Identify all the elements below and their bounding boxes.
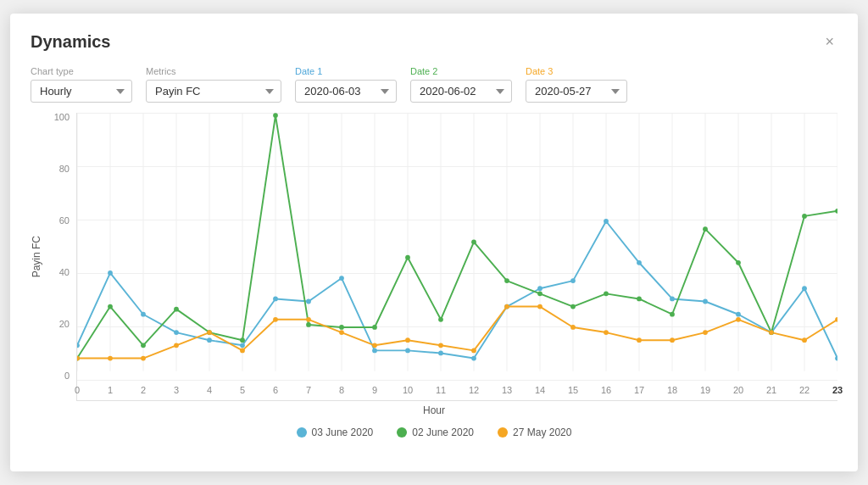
svg-point-27 (174, 330, 179, 335)
svg-point-46 (802, 286, 807, 291)
svg-point-41 (637, 260, 642, 265)
controls-row: Chart type Hourly Daily Weekly Monthly M… (31, 66, 837, 103)
svg-point-94 (802, 337, 807, 343)
legend: 03 June 2020 02 June 2020 27 May 2020 (31, 426, 837, 438)
legend-dot-blue (297, 427, 307, 438)
svg-point-74 (141, 356, 146, 361)
x-label-22: 22 (799, 385, 810, 395)
svg-point-32 (339, 276, 344, 281)
svg-point-54 (273, 113, 278, 118)
svg-point-36 (471, 356, 476, 361)
svg-point-78 (273, 317, 278, 322)
svg-point-93 (769, 330, 774, 335)
svg-point-47 (835, 356, 837, 361)
svg-point-67 (703, 226, 708, 231)
svg-point-35 (438, 351, 443, 356)
svg-point-91 (703, 330, 708, 335)
svg-point-77 (240, 348, 245, 354)
chart-type-label: Chart type (31, 66, 132, 76)
svg-point-84 (471, 348, 476, 354)
svg-point-88 (604, 330, 609, 335)
svg-point-50 (141, 343, 146, 348)
svg-point-70 (802, 214, 807, 219)
x-label-15: 15 (568, 385, 578, 395)
svg-point-71 (835, 209, 837, 214)
date2-select[interactable]: 2020-06-02 2020-06-03 2020-05-27 (410, 80, 512, 103)
y-label-80: 80 (46, 164, 70, 174)
legend-item-blue: 03 June 2020 (297, 426, 374, 438)
svg-point-79 (306, 317, 311, 322)
chart-type-select[interactable]: Hourly Daily Weekly Monthly (31, 80, 132, 103)
svg-point-90 (670, 337, 675, 343)
y-label-0: 0 (46, 371, 70, 381)
svg-point-24 (77, 343, 80, 348)
svg-point-30 (273, 297, 278, 302)
svg-point-75 (174, 343, 179, 348)
legend-label-green: 02 June 2020 (412, 426, 474, 438)
x-label-8: 8 (339, 385, 344, 395)
svg-point-53 (240, 337, 245, 343)
svg-point-81 (372, 343, 377, 348)
date2-group: Date 2 2020-06-02 2020-06-03 2020-05-27 (410, 66, 512, 103)
date1-label: Date 1 (295, 66, 397, 76)
x-label-4: 4 (207, 385, 212, 395)
chart-wrapper: Payin FC 100 80 60 40 20 0 (31, 113, 837, 401)
x-label-12: 12 (469, 385, 479, 395)
svg-point-64 (604, 291, 609, 296)
close-button[interactable]: × (821, 31, 837, 53)
metrics-group: Metrics Payin FC Payout FC (146, 66, 281, 103)
svg-point-51 (174, 307, 179, 312)
svg-point-63 (570, 304, 576, 309)
x-label-5: 5 (240, 385, 245, 395)
dialog-title: Dynamics (31, 32, 111, 52)
date3-group: Date 3 2020-05-27 2020-06-03 2020-06-02 (526, 66, 627, 103)
chart-inner: 01234567891011121314151617181920212223 (76, 113, 837, 401)
svg-point-65 (637, 297, 642, 302)
svg-point-82 (405, 337, 410, 343)
date3-select[interactable]: 2020-05-27 2020-06-03 2020-06-02 (526, 80, 627, 103)
svg-point-42 (670, 297, 675, 302)
svg-point-89 (637, 337, 642, 343)
svg-point-26 (141, 312, 146, 317)
metrics-select[interactable]: Payin FC Payout FC (146, 80, 281, 103)
chart-type-group: Chart type Hourly Daily Weekly Monthly (31, 66, 132, 103)
legend-dot-green (397, 427, 407, 438)
svg-point-29 (240, 343, 245, 348)
date3-label: Date 3 (526, 66, 627, 76)
x-label-7: 7 (306, 385, 311, 395)
x-label-6: 6 (273, 385, 278, 395)
x-label-23: 23 (832, 385, 843, 395)
svg-point-49 (108, 304, 113, 309)
svg-point-68 (736, 260, 741, 265)
svg-point-61 (504, 278, 509, 283)
x-axis-title: Hour (31, 404, 837, 416)
x-label-14: 14 (535, 385, 545, 395)
x-label-1: 1 (108, 385, 113, 395)
svg-point-57 (372, 325, 377, 330)
legend-item-green: 02 June 2020 (397, 426, 474, 438)
svg-point-86 (537, 304, 542, 309)
svg-point-87 (570, 325, 576, 330)
svg-point-85 (504, 304, 509, 309)
svg-point-58 (405, 255, 410, 260)
date1-group: Date 1 2020-06-03 2020-06-02 2020-05-27 (295, 66, 397, 103)
y-label-100: 100 (46, 113, 70, 122)
svg-point-25 (108, 270, 113, 276)
svg-point-62 (537, 291, 542, 296)
svg-point-43 (703, 299, 708, 304)
dynamics-dialog: Dynamics × Chart type Hourly Daily Weekl… (10, 14, 858, 471)
svg-point-66 (670, 312, 675, 317)
svg-point-92 (736, 317, 741, 322)
x-label-17: 17 (634, 385, 644, 395)
chart-svg (77, 113, 837, 371)
date1-select[interactable]: 2020-06-03 2020-06-02 2020-05-27 (295, 80, 397, 103)
svg-point-55 (306, 322, 311, 327)
chart-area: Payin FC 100 80 60 40 20 0 (31, 113, 837, 416)
legend-item-orange: 27 May 2020 (498, 426, 571, 438)
svg-point-72 (77, 356, 80, 361)
svg-point-39 (570, 278, 576, 283)
y-label-40: 40 (46, 268, 70, 277)
svg-point-28 (207, 337, 212, 343)
svg-point-40 (604, 219, 609, 224)
metrics-label: Metrics (146, 66, 281, 76)
